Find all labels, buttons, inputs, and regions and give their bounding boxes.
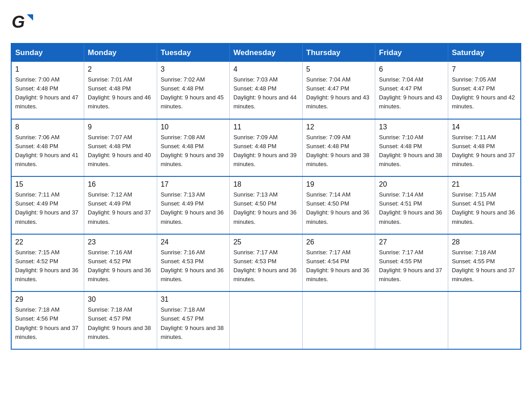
day-info: Sunrise: 7:02 AM Sunset: 4:48 PM Dayligh… — [161, 75, 226, 111]
day-info: Sunrise: 7:18 AM Sunset: 4:56 PM Dayligh… — [15, 305, 80, 342]
day-number: 3 — [161, 65, 226, 73]
daylight-label: Daylight: 9 hours and 36 minutes. — [306, 209, 369, 225]
daylight-label: Daylight: 9 hours and 36 minutes. — [379, 209, 442, 225]
calendar-day-cell: 9 Sunrise: 7:07 AM Sunset: 4:48 PM Dayli… — [84, 119, 157, 177]
calendar-day-cell: 14 Sunrise: 7:11 AM Sunset: 4:48 PM Dayl… — [448, 119, 521, 177]
sunset-label: Sunset: 4:48 PM — [15, 85, 58, 92]
sunrise-label: Sunrise: 7:17 AM — [233, 249, 278, 256]
sunrise-label: Sunrise: 7:18 AM — [452, 249, 496, 256]
day-number: 5 — [306, 65, 372, 73]
header-wednesday: Wednesday — [230, 43, 303, 62]
sunrise-label: Sunrise: 7:17 AM — [379, 249, 423, 256]
header-friday: Friday — [375, 43, 448, 62]
daylight-label: Daylight: 9 hours and 39 minutes. — [161, 152, 224, 167]
sunset-label: Sunset: 4:48 PM — [379, 143, 422, 150]
sunset-label: Sunset: 4:49 PM — [161, 200, 204, 207]
sunrise-label: Sunrise: 7:16 AM — [88, 249, 132, 256]
daylight-label: Daylight: 9 hours and 42 minutes. — [452, 94, 515, 110]
sunset-label: Sunset: 4:48 PM — [88, 85, 131, 92]
calendar-day-cell: 5 Sunrise: 7:04 AM Sunset: 4:47 PM Dayli… — [302, 62, 375, 119]
day-number: 9 — [88, 123, 153, 131]
calendar-table: Sunday Monday Tuesday Wednesday Thursday… — [11, 43, 521, 350]
sunrise-label: Sunrise: 7:00 AM — [15, 76, 60, 83]
sunrise-label: Sunrise: 7:15 AM — [15, 249, 60, 256]
sunrise-label: Sunrise: 7:15 AM — [452, 191, 496, 198]
day-info: Sunrise: 7:04 AM Sunset: 4:47 PM Dayligh… — [379, 75, 444, 111]
sunrise-label: Sunrise: 7:13 AM — [161, 191, 205, 198]
sunset-label: Sunset: 4:56 PM — [15, 315, 58, 322]
calendar-day-cell — [302, 291, 375, 349]
daylight-label: Daylight: 9 hours and 37 minutes. — [88, 209, 151, 225]
calendar-day-cell: 17 Sunrise: 7:13 AM Sunset: 4:49 PM Dayl… — [157, 176, 230, 234]
daylight-label: Daylight: 9 hours and 45 minutes. — [161, 94, 224, 110]
calendar-day-cell: 24 Sunrise: 7:16 AM Sunset: 4:53 PM Dayl… — [157, 234, 230, 292]
sunset-label: Sunset: 4:47 PM — [379, 85, 422, 92]
day-info: Sunrise: 7:06 AM Sunset: 4:48 PM Dayligh… — [15, 133, 80, 169]
sunrise-label: Sunrise: 7:12 AM — [88, 191, 132, 198]
day-number: 20 — [379, 180, 444, 188]
daylight-label: Daylight: 9 hours and 39 minutes. — [233, 152, 296, 167]
sunrise-label: Sunrise: 7:10 AM — [379, 134, 423, 141]
day-info: Sunrise: 7:18 AM Sunset: 4:57 PM Dayligh… — [161, 305, 226, 342]
calendar-day-cell: 25 Sunrise: 7:17 AM Sunset: 4:53 PM Dayl… — [230, 234, 303, 292]
calendar-day-cell: 4 Sunrise: 7:03 AM Sunset: 4:48 PM Dayli… — [230, 62, 303, 119]
day-number: 21 — [452, 180, 517, 188]
sunset-label: Sunset: 4:52 PM — [15, 258, 58, 265]
sunrise-label: Sunrise: 7:11 AM — [15, 191, 60, 198]
sunrise-label: Sunrise: 7:09 AM — [233, 134, 278, 141]
sunrise-label: Sunrise: 7:16 AM — [161, 249, 205, 256]
sunset-label: Sunset: 4:57 PM — [161, 315, 204, 322]
day-info: Sunrise: 7:14 AM Sunset: 4:51 PM Dayligh… — [379, 190, 444, 227]
day-number: 19 — [306, 180, 372, 188]
sunset-label: Sunset: 4:52 PM — [88, 258, 131, 265]
daylight-label: Daylight: 9 hours and 36 minutes. — [306, 267, 369, 283]
sunset-label: Sunset: 4:50 PM — [306, 200, 349, 207]
daylight-label: Daylight: 9 hours and 36 minutes. — [161, 209, 224, 225]
day-number: 4 — [233, 65, 299, 73]
day-info: Sunrise: 7:09 AM Sunset: 4:48 PM Dayligh… — [306, 133, 372, 169]
calendar-day-cell — [448, 291, 521, 349]
day-info: Sunrise: 7:00 AM Sunset: 4:48 PM Dayligh… — [15, 75, 80, 111]
day-number: 22 — [15, 238, 80, 246]
day-info: Sunrise: 7:13 AM Sunset: 4:49 PM Dayligh… — [161, 190, 226, 227]
day-number: 27 — [379, 238, 444, 246]
day-info: Sunrise: 7:14 AM Sunset: 4:50 PM Dayligh… — [306, 190, 372, 227]
sunset-label: Sunset: 4:48 PM — [15, 143, 58, 150]
day-number: 13 — [379, 123, 444, 131]
daylight-label: Daylight: 9 hours and 38 minutes. — [306, 152, 369, 167]
sunrise-label: Sunrise: 7:14 AM — [379, 191, 423, 198]
calendar-day-cell: 3 Sunrise: 7:02 AM Sunset: 4:48 PM Dayli… — [157, 62, 230, 119]
daylight-label: Daylight: 9 hours and 38 minutes. — [161, 325, 224, 340]
header-tuesday: Tuesday — [157, 43, 230, 62]
day-number: 31 — [161, 295, 226, 304]
calendar-day-cell: 7 Sunrise: 7:05 AM Sunset: 4:47 PM Dayli… — [448, 62, 521, 119]
sunset-label: Sunset: 4:55 PM — [379, 258, 422, 265]
day-info: Sunrise: 7:15 AM Sunset: 4:52 PM Dayligh… — [15, 248, 80, 284]
sunset-label: Sunset: 4:51 PM — [452, 200, 495, 207]
day-number: 30 — [88, 295, 153, 304]
calendar-day-cell: 23 Sunrise: 7:16 AM Sunset: 4:52 PM Dayl… — [84, 234, 157, 292]
daylight-label: Daylight: 9 hours and 38 minutes. — [379, 152, 442, 167]
daylight-label: Daylight: 9 hours and 37 minutes. — [15, 325, 78, 340]
sunrise-label: Sunrise: 7:02 AM — [161, 76, 205, 83]
sunset-label: Sunset: 4:48 PM — [233, 85, 276, 92]
daylight-label: Daylight: 9 hours and 36 minutes. — [15, 267, 78, 283]
day-info: Sunrise: 7:11 AM Sunset: 4:48 PM Dayligh… — [452, 133, 517, 169]
daylight-label: Daylight: 9 hours and 37 minutes. — [379, 267, 442, 283]
calendar-week-row: 15 Sunrise: 7:11 AM Sunset: 4:49 PM Dayl… — [11, 176, 521, 234]
header-thursday: Thursday — [302, 43, 375, 62]
daylight-label: Daylight: 9 hours and 43 minutes. — [379, 94, 442, 110]
sunrise-label: Sunrise: 7:11 AM — [452, 134, 496, 141]
day-info: Sunrise: 7:10 AM Sunset: 4:48 PM Dayligh… — [379, 133, 444, 169]
daylight-label: Daylight: 9 hours and 38 minutes. — [88, 325, 151, 340]
sunset-label: Sunset: 4:48 PM — [88, 143, 131, 150]
sunrise-label: Sunrise: 7:03 AM — [233, 76, 278, 83]
sunset-label: Sunset: 4:53 PM — [233, 258, 276, 265]
calendar-day-cell: 6 Sunrise: 7:04 AM Sunset: 4:47 PM Dayli… — [375, 62, 448, 119]
sunset-label: Sunset: 4:47 PM — [452, 85, 495, 92]
daylight-label: Daylight: 9 hours and 46 minutes. — [88, 94, 151, 110]
day-info: Sunrise: 7:07 AM Sunset: 4:48 PM Dayligh… — [88, 133, 153, 169]
sunset-label: Sunset: 4:49 PM — [15, 200, 58, 207]
day-number: 18 — [233, 180, 299, 188]
day-number: 6 — [379, 65, 444, 73]
